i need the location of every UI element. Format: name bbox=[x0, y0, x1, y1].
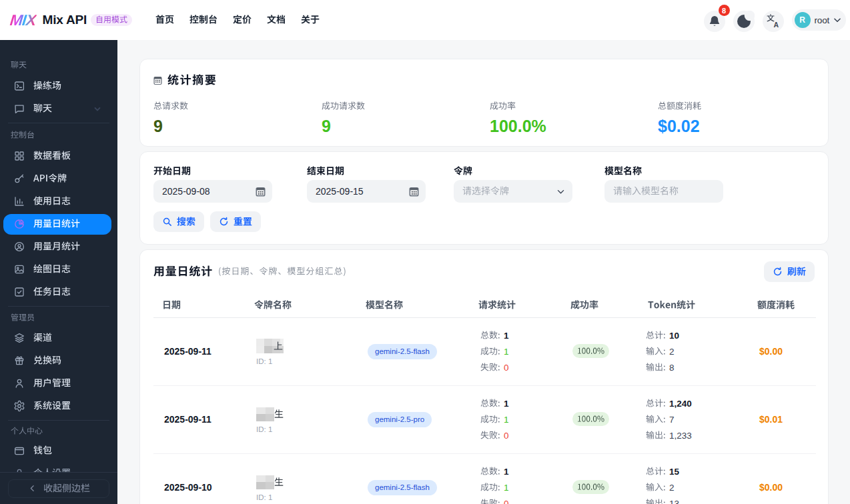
svg-text:A: A bbox=[773, 21, 779, 29]
